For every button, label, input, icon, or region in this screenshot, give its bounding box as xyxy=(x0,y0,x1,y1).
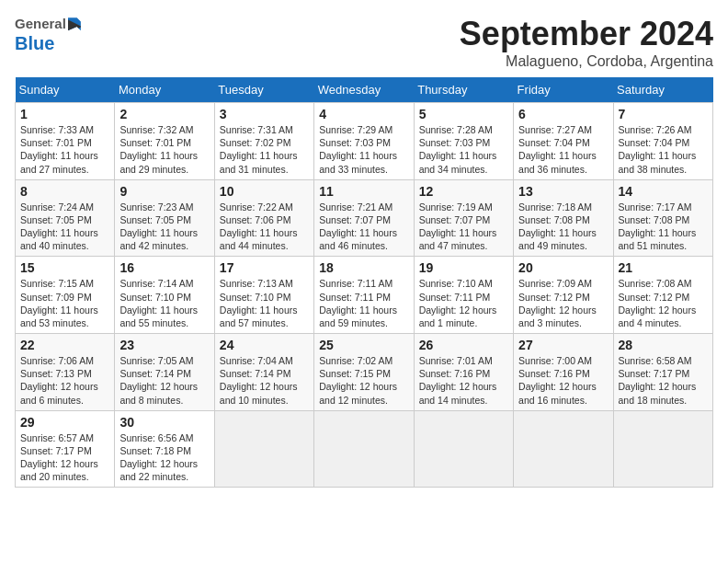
day-cell: 6Sunrise: 7:27 AM Sunset: 7:04 PM Daylig… xyxy=(514,103,613,180)
day-number: 6 xyxy=(518,107,608,121)
day-info: Sunrise: 7:01 AM Sunset: 7:16 PM Dayligh… xyxy=(419,354,508,407)
day-cell: 10Sunrise: 7:22 AM Sunset: 7:06 PM Dayli… xyxy=(214,179,313,257)
logo-blue-text: Blue xyxy=(15,33,81,53)
month-title: September 2024 xyxy=(460,15,713,53)
day-number: 9 xyxy=(119,184,209,199)
day-info: Sunrise: 7:14 AM Sunset: 7:10 PM Dayligh… xyxy=(119,277,209,329)
day-cell: 8Sunrise: 7:24 AM Sunset: 7:05 PM Daylig… xyxy=(16,179,115,257)
day-info: Sunrise: 7:04 AM Sunset: 7:14 PM Dayligh… xyxy=(220,354,309,407)
day-info: Sunrise: 6:56 AM Sunset: 7:18 PM Dayligh… xyxy=(119,431,209,484)
day-number: 4 xyxy=(319,107,408,121)
col-monday: Monday xyxy=(115,77,214,103)
day-cell: 16Sunrise: 7:14 AM Sunset: 7:10 PM Dayli… xyxy=(115,257,214,334)
empty-cell xyxy=(613,410,712,488)
day-number: 5 xyxy=(419,107,508,121)
day-cell: 22Sunrise: 7:06 AM Sunset: 7:13 PM Dayli… xyxy=(16,334,115,411)
day-number: 30 xyxy=(119,415,209,430)
empty-cell xyxy=(314,410,414,488)
col-sunday: Sunday xyxy=(16,77,115,103)
day-info: Sunrise: 7:18 AM Sunset: 7:08 PM Dayligh… xyxy=(518,201,608,253)
day-number: 20 xyxy=(518,260,608,275)
day-number: 10 xyxy=(220,184,309,199)
day-cell: 17Sunrise: 7:13 AM Sunset: 7:10 PM Dayli… xyxy=(214,257,313,334)
day-info: Sunrise: 6:58 AM Sunset: 7:17 PM Dayligh… xyxy=(619,354,708,407)
col-thursday: Thursday xyxy=(414,77,513,103)
day-cell: 28Sunrise: 6:58 AM Sunset: 7:17 PM Dayli… xyxy=(613,334,712,411)
page-header: General▶ Blue September 2024 Malagueno, … xyxy=(15,15,713,70)
calendar-week-row: 22Sunrise: 7:06 AM Sunset: 7:13 PM Dayli… xyxy=(16,334,713,411)
day-cell: 26Sunrise: 7:01 AM Sunset: 7:16 PM Dayli… xyxy=(414,334,513,411)
day-number: 27 xyxy=(518,338,608,352)
day-number: 23 xyxy=(119,338,209,352)
day-info: Sunrise: 7:32 AM Sunset: 7:01 PM Dayligh… xyxy=(119,123,209,176)
col-wednesday: Wednesday xyxy=(314,77,414,103)
day-number: 29 xyxy=(20,415,109,430)
day-cell: 2Sunrise: 7:32 AM Sunset: 7:01 PM Daylig… xyxy=(115,103,214,180)
day-info: Sunrise: 7:21 AM Sunset: 7:07 PM Dayligh… xyxy=(319,201,408,253)
day-info: Sunrise: 7:08 AM Sunset: 7:12 PM Dayligh… xyxy=(619,277,708,329)
day-number: 3 xyxy=(220,107,309,121)
day-info: Sunrise: 7:28 AM Sunset: 7:03 PM Dayligh… xyxy=(419,123,508,176)
logo: General▶ Blue xyxy=(15,15,81,53)
day-number: 1 xyxy=(20,107,109,121)
day-info: Sunrise: 7:26 AM Sunset: 7:04 PM Dayligh… xyxy=(619,123,708,176)
day-number: 16 xyxy=(119,260,209,275)
day-info: Sunrise: 7:13 AM Sunset: 7:10 PM Dayligh… xyxy=(220,277,309,329)
day-number: 7 xyxy=(619,107,708,121)
col-friday: Friday xyxy=(514,77,613,103)
empty-cell xyxy=(214,410,313,488)
day-number: 13 xyxy=(518,184,608,199)
day-number: 14 xyxy=(619,184,708,199)
day-cell: 23Sunrise: 7:05 AM Sunset: 7:14 PM Dayli… xyxy=(115,334,214,411)
day-cell: 12Sunrise: 7:19 AM Sunset: 7:07 PM Dayli… xyxy=(414,179,513,257)
day-cell: 20Sunrise: 7:09 AM Sunset: 7:12 PM Dayli… xyxy=(514,257,613,334)
day-number: 11 xyxy=(319,184,408,199)
empty-cell xyxy=(414,410,513,488)
day-number: 19 xyxy=(419,260,508,275)
day-cell: 5Sunrise: 7:28 AM Sunset: 7:03 PM Daylig… xyxy=(414,103,513,180)
day-cell: 13Sunrise: 7:18 AM Sunset: 7:08 PM Dayli… xyxy=(514,179,613,257)
day-cell: 9Sunrise: 7:23 AM Sunset: 7:05 PM Daylig… xyxy=(115,179,214,257)
calendar-header-row: Sunday Monday Tuesday Wednesday Thursday… xyxy=(16,77,713,103)
calendar-week-row: 15Sunrise: 7:15 AM Sunset: 7:09 PM Dayli… xyxy=(16,257,713,334)
day-cell: 18Sunrise: 7:11 AM Sunset: 7:11 PM Dayli… xyxy=(314,257,414,334)
day-number: 8 xyxy=(20,184,109,199)
day-info: Sunrise: 7:00 AM Sunset: 7:16 PM Dayligh… xyxy=(518,354,608,407)
day-number: 26 xyxy=(419,338,508,352)
day-cell: 3Sunrise: 7:31 AM Sunset: 7:02 PM Daylig… xyxy=(214,103,313,180)
col-tuesday: Tuesday xyxy=(214,77,313,103)
day-number: 28 xyxy=(619,338,708,352)
day-info: Sunrise: 7:33 AM Sunset: 7:01 PM Dayligh… xyxy=(20,123,109,176)
calendar-table: Sunday Monday Tuesday Wednesday Thursday… xyxy=(15,77,713,488)
day-number: 12 xyxy=(419,184,508,199)
day-cell: 1Sunrise: 7:33 AM Sunset: 7:01 PM Daylig… xyxy=(16,103,115,180)
location-subtitle: Malagueno, Cordoba, Argentina xyxy=(460,53,713,70)
day-info: Sunrise: 7:19 AM Sunset: 7:07 PM Dayligh… xyxy=(419,201,508,253)
day-number: 22 xyxy=(20,338,109,352)
day-cell: 30Sunrise: 6:56 AM Sunset: 7:18 PM Dayli… xyxy=(115,410,214,488)
day-number: 18 xyxy=(319,260,408,275)
title-block: September 2024 Malagueno, Cordoba, Argen… xyxy=(460,15,713,70)
day-info: Sunrise: 7:17 AM Sunset: 7:08 PM Dayligh… xyxy=(619,201,708,253)
calendar-week-row: 8Sunrise: 7:24 AM Sunset: 7:05 PM Daylig… xyxy=(16,179,713,257)
day-cell: 27Sunrise: 7:00 AM Sunset: 7:16 PM Dayli… xyxy=(514,334,613,411)
logo-general-text: General xyxy=(15,16,66,31)
day-info: Sunrise: 7:22 AM Sunset: 7:06 PM Dayligh… xyxy=(220,201,309,253)
day-info: Sunrise: 7:02 AM Sunset: 7:15 PM Dayligh… xyxy=(319,354,408,407)
logo-general: General▶ xyxy=(15,15,81,33)
day-info: Sunrise: 7:31 AM Sunset: 7:02 PM Dayligh… xyxy=(220,123,309,176)
day-number: 15 xyxy=(20,260,109,275)
day-number: 24 xyxy=(220,338,309,352)
day-number: 2 xyxy=(119,107,209,121)
day-cell: 4Sunrise: 7:29 AM Sunset: 7:03 PM Daylig… xyxy=(314,103,414,180)
day-cell: 21Sunrise: 7:08 AM Sunset: 7:12 PM Dayli… xyxy=(613,257,712,334)
day-cell: 11Sunrise: 7:21 AM Sunset: 7:07 PM Dayli… xyxy=(314,179,414,257)
day-info: Sunrise: 7:24 AM Sunset: 7:05 PM Dayligh… xyxy=(20,201,109,253)
empty-cell xyxy=(514,410,613,488)
day-number: 21 xyxy=(619,260,708,275)
calendar-week-row: 1Sunrise: 7:33 AM Sunset: 7:01 PM Daylig… xyxy=(16,103,713,180)
day-info: Sunrise: 7:05 AM Sunset: 7:14 PM Dayligh… xyxy=(119,354,209,407)
day-cell: 19Sunrise: 7:10 AM Sunset: 7:11 PM Dayli… xyxy=(414,257,513,334)
day-cell: 14Sunrise: 7:17 AM Sunset: 7:08 PM Dayli… xyxy=(613,179,712,257)
day-cell: 29Sunrise: 6:57 AM Sunset: 7:17 PM Dayli… xyxy=(16,410,115,488)
